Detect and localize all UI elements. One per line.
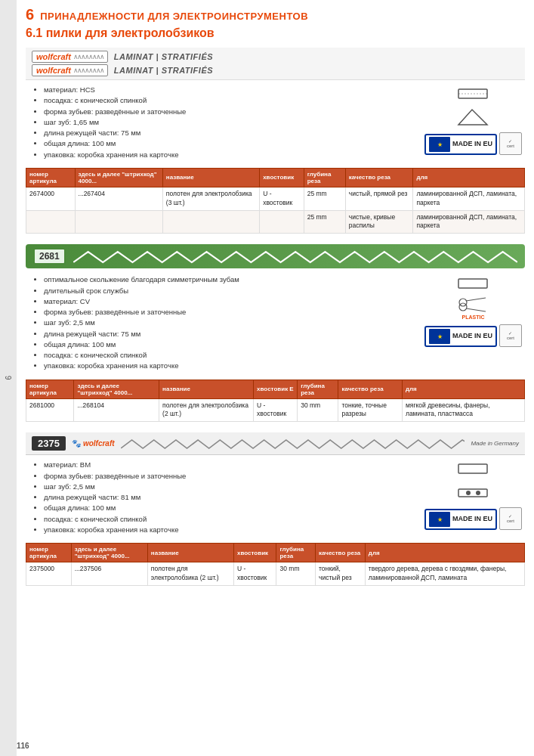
product-info-2375: материал: BM форма зубьев: разведённые и…: [26, 455, 415, 543]
feature-item: шаг зуб: 1,65 мм: [44, 117, 409, 128]
th-depth: глубина реза: [304, 168, 345, 187]
td-for: ламинированной ДСП, ламината, паркета: [413, 187, 525, 210]
product-info-2681: оптимальное скольжение благодаря симметр…: [26, 270, 415, 379]
table-header-row: номер артикула здесь и далее "штрихкод" …: [26, 544, 525, 562]
th-quality: качество реза: [338, 380, 403, 398]
td-barcode: ...268104: [74, 398, 159, 422]
th-shank: хвостовик: [234, 544, 276, 562]
td-barcode: ...237506: [71, 562, 147, 586]
feature-item: форма зубьев: разведённые и заточенные: [44, 471, 409, 482]
product-block-2375: 2375 🐾 wolfcraft Made in Germany материа…: [26, 432, 525, 586]
svg-point-4: [459, 299, 467, 306]
product-body-2375: материал: BM форма зубьев: разведённые и…: [26, 455, 525, 543]
th-barcode: здесь и далее "штрихкод" 4000...: [71, 544, 147, 562]
feature-item: посадка: с конической спинкой: [44, 514, 409, 525]
feature-item: шаг зуб: 2,5 мм: [44, 318, 409, 328]
td-quality: чистый, прямой рез: [345, 187, 413, 210]
td-artikul: 2681000: [26, 398, 74, 422]
eu-flag-icon: ★: [429, 137, 450, 152]
svg-point-11: [476, 491, 480, 495]
scissors-icon: [457, 296, 489, 313]
td-depth: 25 mm: [304, 210, 345, 234]
td-name: [162, 210, 259, 234]
content-area: 6 ПРИНАДЛЕЖНОСТИ ДЛЯ ЭЛЕКТРОИНСТРУМЕНТОВ…: [17, 0, 534, 604]
th-shank: хвостовик: [260, 168, 304, 187]
feature-item: длина режущей части: 75 мм: [44, 329, 409, 339]
product-block-2681: 2681 оптимальное скольжение благодаря си…: [26, 244, 525, 422]
td-artikul: [26, 210, 76, 234]
banner-row-2: wolfcraft ∧∧∧∧∧∧∧∧ LAMINAT | STRATIFIÉS: [32, 64, 519, 76]
badges-row-2681: ★ MADE IN EU ✓cert: [424, 324, 522, 347]
td-for: мягкой древесины, фанеры, ламината, плас…: [402, 398, 524, 422]
product-info-laminat: материал: HCS посадка: с конической спин…: [26, 80, 415, 168]
laminat-label-1: LAMINAT | STRATIFIÉS: [114, 52, 213, 61]
svg-line-7: [466, 308, 486, 311]
svg-point-10: [466, 491, 471, 495]
product-header-2375: 2375 🐾 wolfcraft Made in Germany: [26, 432, 525, 455]
td-artikul: 2375000: [26, 562, 72, 586]
saw-blade-visual-2681: [73, 249, 517, 264]
made-in-germany-label: Made in Germany: [471, 440, 519, 447]
cert-badge-2375: ✓cert: [499, 507, 522, 530]
nail-cut-icon-2375: [457, 482, 489, 503]
table-row: 2375000 ...237506 полотен для электролоб…: [26, 562, 525, 586]
feature-item: форма зубьев: разведённые и заточенные: [44, 107, 409, 117]
feature-item: длина режущей части: 75 мм: [44, 128, 409, 138]
chapter-number: 6: [26, 6, 34, 23]
td-depth: 25 mm: [304, 187, 345, 210]
feature-item: материал: BM: [44, 460, 409, 470]
table-header-row: номер артикула здесь и далее "штрихкод" …: [26, 380, 525, 398]
made-in-eu-text-laminat: MADE IN EU: [452, 141, 492, 148]
feature-item: общая длина: 100 мм: [44, 339, 409, 350]
th-for: для: [402, 380, 524, 398]
side-icons-2375: ★ MADE IN EU ✓cert: [421, 455, 525, 543]
cert-badge-laminat: ✓cert: [499, 132, 522, 155]
th-quality: качество реза: [345, 168, 413, 187]
feature-item: упаковка: коробка хранения на карточке: [44, 150, 409, 160]
wolfcraft-logo-text-2: wolfcraft: [36, 66, 71, 75]
th-name: название: [147, 544, 233, 562]
feature-item: длина режущей части: 81 мм: [44, 492, 409, 503]
page-container: 6 6 ПРИНАДЛЕЖНОСТИ ДЛЯ ЭЛЕКТРОИНСТРУМЕНТ…: [0, 0, 534, 756]
product-block-laminat: wolfcraft ∧∧∧∧∧∧∧∧ LAMINAT | STRATIFIÉS …: [26, 48, 525, 234]
svg-line-6: [466, 298, 486, 301]
table-section-laminat: номер артикула здесь и далее "штрихкод" …: [26, 168, 525, 234]
td-quality: чистые, кривые распилы: [345, 210, 413, 234]
table-section-2681: номер артикула здесь и далее "штрихкод" …: [26, 380, 525, 423]
th-depth: глубина реза: [276, 544, 316, 562]
wolfcraft-logo-text-1: wolfcraft: [36, 52, 71, 61]
th-depth: глубина реза: [298, 380, 338, 398]
th-name: название: [162, 168, 259, 187]
features-list-laminat: материал: HCS посадка: с конической спин…: [32, 85, 409, 160]
product-body-2681: оптимальное скольжение благодаря симметр…: [26, 270, 525, 379]
td-name: полотен для электролобзика (2 шт.): [159, 398, 254, 422]
made-in-eu-badge-2375: ★ MADE IN EU: [424, 509, 497, 530]
wolfcraft-text-2375: wolfcraft: [83, 439, 115, 448]
straight-cut-icon: [457, 83, 489, 104]
table-row: 2681000 ...268104 полотен для электролоб…: [26, 398, 525, 422]
td-quality: тонкие, точные разрезы: [338, 398, 403, 422]
th-barcode: здесь и далее "штрихкод" 4000...: [75, 168, 162, 187]
td-depth: 30 mm: [298, 398, 338, 422]
table-section-2375: номер артикула здесь и далее "штрихкод" …: [26, 543, 525, 586]
data-table-laminat: номер артикула здесь и далее "штрихкод" …: [26, 168, 525, 234]
saw-wave-2375: [121, 438, 465, 450]
saw-svg-2375: [121, 438, 465, 450]
td-quality: тонкий, чистый рез: [315, 562, 365, 586]
feature-item: материал: HCS: [44, 85, 409, 95]
td-for: ламинированной ДСП, ламината, паркета: [413, 210, 525, 234]
th-name: название: [159, 380, 254, 398]
feature-item: оптимальное скольжение благодаря симметр…: [44, 274, 409, 285]
saw-svg-2681: [73, 249, 517, 264]
product-header-laminat: wolfcraft ∧∧∧∧∧∧∧∧ LAMINAT | STRATIFIÉS …: [26, 48, 525, 80]
th-artikul: номер артикула: [26, 168, 76, 187]
feature-item: упаковка: коробка хранения на карточке: [44, 361, 409, 371]
chapter-header: 6 ПРИНАДЛЕЖНОСТИ ДЛЯ ЭЛЕКТРОИНСТРУМЕНТОВ: [26, 6, 525, 23]
data-table-2375: номер артикула здесь и далее "штрихкод" …: [26, 543, 525, 586]
data-table-2681: номер артикула здесь и далее "штрихкод" …: [26, 380, 525, 423]
th-shank: хвостовик E: [254, 380, 298, 398]
td-name: полотен для электролобзика (3 шт.): [162, 187, 259, 210]
angled-cut-icon: [457, 107, 489, 128]
paw-icon: 🐾: [72, 439, 81, 448]
th-artikul: номер артикула: [26, 380, 74, 398]
